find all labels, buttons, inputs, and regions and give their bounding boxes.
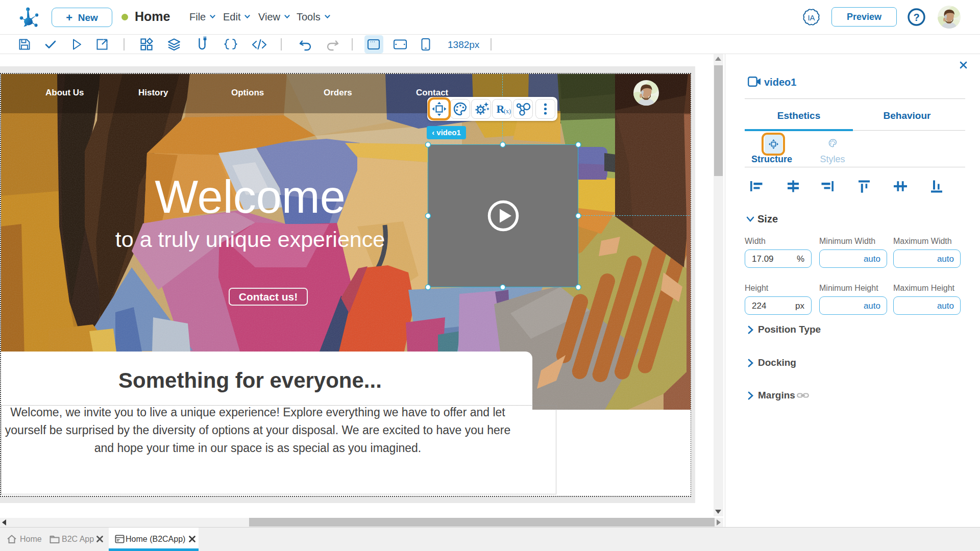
svg-text:1382px: 1382px [448,39,480,50]
svg-text:IA: IA [807,13,815,22]
svg-text:?: ? [913,12,919,23]
svg-text:(x): (x) [504,108,511,115]
